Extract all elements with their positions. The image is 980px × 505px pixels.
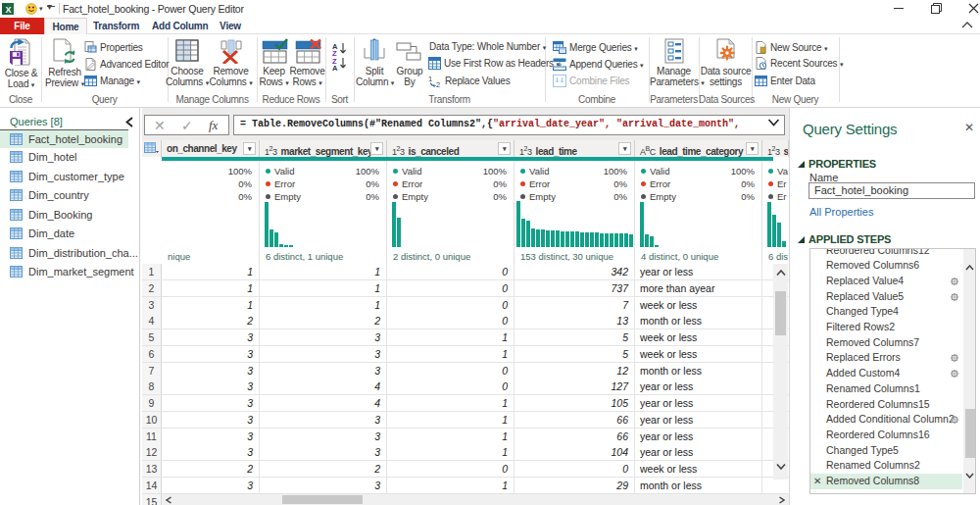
svg-text:X: X <box>5 5 11 15</box>
svg-text:A: A <box>332 64 338 71</box>
svg-text:1: 1 <box>428 75 432 83</box>
svg-text:2: 2 <box>436 80 440 87</box>
svg-text:Z: Z <box>332 49 337 56</box>
